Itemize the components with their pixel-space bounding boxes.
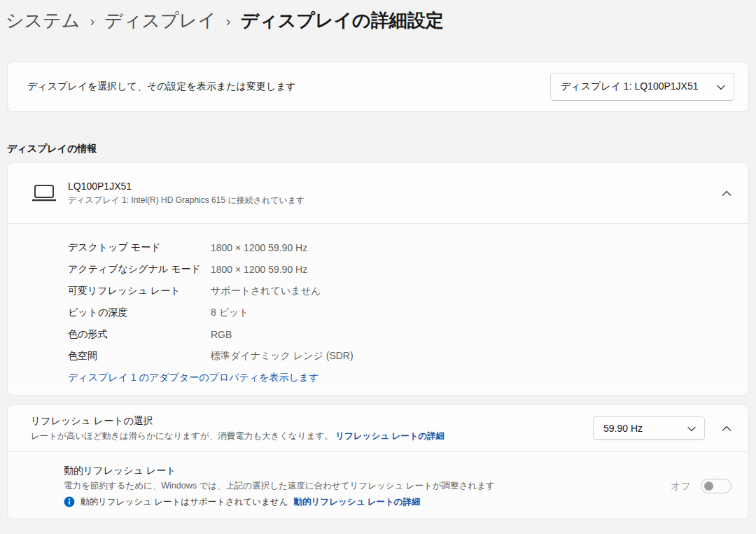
spec-label: デスクトップ モード [68,241,211,254]
display-info-card: LQ100P1JX51 ディスプレイ 1: Intel(R) HD Graphi… [7,162,749,395]
spec-row: 可変リフレッシュ レート サポートされていません [68,280,732,302]
breadcrumb: システム › ディスプレイ › ディスプレイの詳細設定 [6,8,444,33]
adapter-properties-link[interactable]: ディスプレイ 1 のアダプターのプロパティを表示します [68,372,318,383]
refresh-rate-learn-more-link[interactable]: リフレッシュ レートの詳細 [335,431,444,441]
breadcrumb-display[interactable]: ディスプレイ [104,8,216,33]
laptop-icon [31,183,57,203]
breadcrumb-system[interactable]: システム [6,8,80,33]
spec-label: 色の形式 [68,328,211,341]
dynamic-refresh-row: 動的リフレッシュ レート 電力を節約するために、Windows では、上記の選択… [8,452,748,519]
refresh-rate-title: リフレッシュ レートの選択 [31,415,593,428]
display-info-header-text: LQ100P1JX51 ディスプレイ 1: Intel(R) HD Graphi… [68,181,722,206]
chevron-down-icon [717,81,725,92]
spec-value: 1800 × 1200 59.90 Hz [211,242,307,253]
monitor-connection-subtitle: ディスプレイ 1: Intel(R) HD Graphics 615 に接続され… [68,195,722,206]
spec-label: 可変リフレッシュ レート [68,285,211,297]
display-select-dropdown[interactable]: ディスプレイ 1: LQ100P1JX51 [550,73,734,101]
display-select-dropdown-value: ディスプレイ 1: LQ100P1JX51 [561,80,699,93]
display-select-card: ディスプレイを選択して、その設定を表示または変更します ディスプレイ 1: LQ… [7,62,749,112]
chevron-down-icon [687,423,696,434]
dynamic-refresh-learn-more-link[interactable]: 動的リフレッシュ レートの詳細 [294,496,421,508]
spec-label: 色空間 [68,350,211,363]
refresh-rate-card: リフレッシュ レートの選択 レートが高いほど動きは滑らかになりますが、消費電力も… [7,405,749,519]
dynamic-refresh-title: 動的リフレッシュ レート [64,465,671,477]
spec-row: ビットの深度 8 ビット [68,302,732,323]
dynamic-refresh-toggle[interactable] [701,479,732,493]
spec-value: 8 ビット [211,307,249,319]
monitor-name: LQ100P1JX51 [68,181,722,192]
refresh-rate-header: リフレッシュ レートの選択 レートが高いほど動きは滑らかになりますが、消費電力も… [8,405,748,451]
spec-row: アクティブなシグナル モード 1800 × 1200 59.90 Hz [68,258,732,280]
spec-row: 色の形式 RGB [68,323,732,345]
chevron-right-icon: › [90,12,94,29]
toggle-knob [704,482,713,491]
refresh-rate-subtitle: レートが高いほど動きは滑らかになりますが、消費電力も大きくなります。 [31,431,333,441]
spec-value: 標準ダイナミック レンジ (SDR) [211,350,354,363]
spec-value: 1800 × 1200 59.90 Hz [211,264,307,275]
chevron-up-icon[interactable] [722,190,732,197]
spec-label: アクティブなシグナル モード [68,263,211,276]
display-select-label: ディスプレイを選択して、その設定を表示または変更します [27,80,296,93]
refresh-rate-header-text: リフレッシュ レートの選択 レートが高いほど動きは滑らかになりますが、消費電力も… [31,415,593,442]
chevron-right-icon: › [226,12,231,29]
dynamic-refresh-unsupported-text: 動的リフレッシュ レートはサポートされていません [80,496,288,508]
spec-value: RGB [211,329,232,340]
chevron-up-icon[interactable] [722,426,732,432]
page-title: ディスプレイの詳細設定 [240,8,443,33]
refresh-rate-dropdown-value: 59.90 Hz [603,423,643,434]
toggle-state-label: オフ [671,480,691,493]
spec-value: サポートされていません [211,285,321,297]
display-info-header[interactable]: LQ100P1JX51 ディスプレイ 1: Intel(R) HD Graphi… [8,163,748,223]
spec-row: デスクトップ モード 1800 × 1200 59.90 Hz [68,237,732,258]
info-icon [64,496,75,507]
spec-label: ビットの深度 [68,307,211,319]
refresh-rate-dropdown[interactable]: 59.90 Hz [593,416,705,440]
dynamic-refresh-description: 電力を節約するために、Windows では、上記の選択した速度に合わせてリフレッ… [64,480,671,492]
advanced-display-settings-page: システム › ディスプレイ › ディスプレイの詳細設定 ディスプレイを選択して、… [0,0,756,534]
display-info-content: デスクトップ モード 1800 × 1200 59.90 Hz アクティブなシグ… [8,224,748,384]
display-info-section-title: ディスプレイの情報 [7,143,97,155]
spec-row: 色空間 標準ダイナミック レンジ (SDR) [68,345,732,367]
